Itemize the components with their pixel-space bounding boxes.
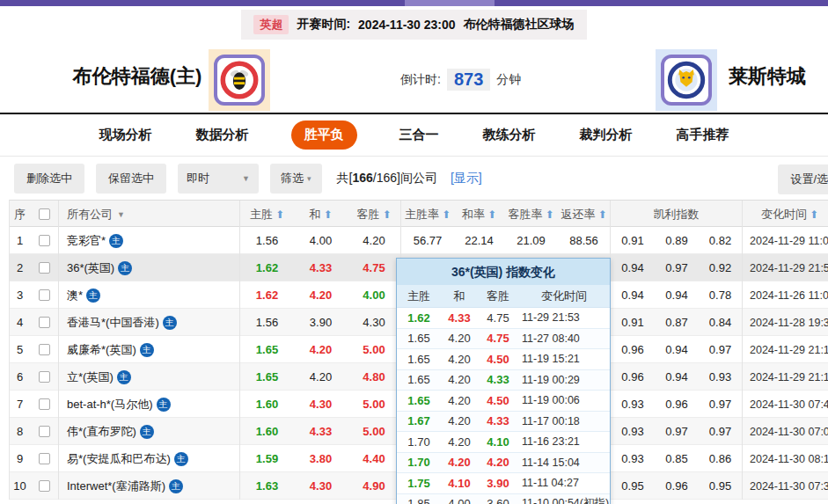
tab-5[interactable]: 裁判分析 <box>578 121 634 149</box>
row-checkbox[interactable] <box>39 289 50 301</box>
table-row: 1 竞彩官* 主 1.56 4.00 4.20 56.77 22.14 21.0… <box>10 227 828 254</box>
tab-1[interactable]: 数据分析 <box>194 121 251 149</box>
popup-away-odds: 3.90 <box>478 477 518 490</box>
home-odds: 1.65 <box>240 343 294 356</box>
sort-asc-icon: ⬆ <box>597 208 606 221</box>
company-cell[interactable]: 伟*(直布罗陀) 主 <box>59 418 240 445</box>
caret-down-icon: ▼ <box>242 174 250 183</box>
popup-draw-odds: 4.20 <box>441 394 478 407</box>
show-link[interactable]: [显示] <box>451 171 482 186</box>
company-cell[interactable]: Interwet*(塞浦路斯) 主 <box>59 472 240 500</box>
sort-asc-icon: ⬆ <box>487 208 496 221</box>
company-cell[interactable]: 澳* 主 <box>59 281 240 309</box>
home-odds: 1.56 <box>240 234 294 247</box>
time-filter-dropdown[interactable]: 即时 ▼ <box>178 164 259 194</box>
company-cell[interactable]: 易*(安提瓜和巴布达) 主 <box>59 445 240 472</box>
change-time: 2024-11-26 11:09 <box>743 289 828 302</box>
company-cell[interactable]: bet-at-h*(马尔他) 主 <box>59 391 240 418</box>
primary-odds-icon: 主 <box>140 343 154 357</box>
company-name: Interwet*(塞浦路斯) <box>67 478 165 494</box>
company-name: 威廉希*(英国) <box>67 342 136 358</box>
tab-2[interactable]: 胜平负 <box>291 121 357 150</box>
col-kelly: 凯利指数 <box>611 201 743 228</box>
tab-3[interactable]: 三合一 <box>398 121 441 149</box>
draw-odds: 4.20 <box>294 370 348 383</box>
payout-rate: 88.56 <box>558 227 611 254</box>
header-divider <box>0 113 828 114</box>
match-header: 布伦特福德(主) 倒计时: 873 分钟 <box>0 35 828 114</box>
kelly-home: 0.95 <box>611 479 655 493</box>
col-home-odds[interactable]: 主胜⬆ <box>240 201 294 228</box>
primary-odds-icon: 主 <box>118 261 132 275</box>
settings-button[interactable]: 设置/选 <box>778 164 828 194</box>
primary-odds-icon: 主 <box>109 234 123 248</box>
col-home-rate[interactable]: 主胜率⬆ <box>401 201 454 228</box>
popup-home-odds: 1.62 <box>397 311 441 325</box>
tab-4[interactable]: 教练分析 <box>481 121 538 149</box>
col-draw-rate[interactable]: 和率⬆ <box>454 201 504 228</box>
kelly-away: 0.97 <box>699 391 743 418</box>
row-checkbox[interactable] <box>39 426 50 437</box>
sort-asc-icon: ⬆ <box>545 208 553 221</box>
company-name: 伟*(直布罗陀) <box>67 424 136 440</box>
row-checkbox[interactable] <box>39 480 50 492</box>
popup-draw-odds: 4.20 <box>441 456 478 469</box>
home-team-logo <box>209 49 270 111</box>
col-away-rate[interactable]: 客胜率⬆ <box>504 201 558 228</box>
company-cell[interactable]: 立*(英国) 主 <box>59 363 240 391</box>
primary-odds-icon: 主 <box>157 398 171 412</box>
company-cell[interactable]: 威廉希*(英国) 主 <box>59 336 240 363</box>
company-cell[interactable]: 香港马*(中国香港) 主 <box>59 309 240 336</box>
popup-row: 1.65 4.20 4.75 11-27 08:40 <box>397 329 610 350</box>
col-company[interactable]: 所有公司 ▼ <box>59 201 240 228</box>
popup-home-odds: 1.65 <box>397 332 441 345</box>
popup-change-time: 11-16 23:21 <box>518 435 610 448</box>
popup-row: 1.70 4.20 4.20 11-14 15:04 <box>397 453 610 474</box>
brentford-crest-icon <box>220 61 259 99</box>
col-away-odds[interactable]: 客胜⬆ <box>348 201 401 228</box>
away-odds: 5.00 <box>348 418 401 445</box>
row-checkbox[interactable] <box>39 453 50 464</box>
company-cell[interactable]: 竞彩官* 主 <box>59 227 240 254</box>
change-time: 2024-11-30 07:46 <box>743 398 828 411</box>
change-time: 2024-11-29 21:16 <box>743 371 828 383</box>
row-checkbox[interactable] <box>39 317 50 328</box>
popup-change-time: 11-19 15:21 <box>518 353 610 365</box>
delete-selected-button[interactable]: 删除选中 <box>14 164 84 194</box>
popup-home-odds: 1.70 <box>397 435 441 449</box>
kelly-away: 0.97 <box>699 418 743 445</box>
company-cell[interactable]: 36*(英国) 主 <box>59 254 240 281</box>
tab-0[interactable]: 现场分析 <box>98 121 154 149</box>
col-draw-odds[interactable]: 和⬆ <box>294 201 348 228</box>
kelly-draw: 0.89 <box>655 234 699 247</box>
row-checkbox[interactable] <box>39 371 50 383</box>
popup-away-odds: 4.33 <box>478 373 518 386</box>
home-odds: 1.60 <box>240 398 294 411</box>
away-odds: 4.30 <box>348 309 401 336</box>
kelly-home: 0.96 <box>611 343 655 356</box>
change-time: 2024-11-30 07:09 <box>743 426 828 438</box>
filter-dropdown[interactable]: 筛选 ▾ <box>270 164 322 194</box>
change-time: 2024-11-29 21:54 <box>743 262 828 274</box>
countdown-value: 873 <box>447 69 490 91</box>
primary-odds-icon: 主 <box>163 316 177 330</box>
popup-row: 1.70 4.20 4.10 11-16 23:21 <box>397 432 610 453</box>
countdown-label: 倒计时: <box>400 72 441 88</box>
row-checkbox[interactable] <box>39 262 50 274</box>
select-all-checkbox[interactable] <box>39 208 50 220</box>
row-index: 9 <box>10 452 30 465</box>
popup-title: 36*(英国) 指数变化 <box>397 259 610 285</box>
col-payout-rate[interactable]: 返还率⬆ <box>558 201 611 228</box>
row-checkbox[interactable] <box>39 344 50 355</box>
row-checkbox[interactable] <box>39 235 50 246</box>
popup-away-odds: 4.33 <box>478 414 518 427</box>
tab-6[interactable]: 高手推荐 <box>675 121 731 149</box>
row-checkbox[interactable] <box>39 398 50 410</box>
popup-draw-odds: 4.20 <box>441 353 478 366</box>
col-change-time[interactable]: 变化时间⬆ <box>743 201 828 228</box>
company-name: 澳* <box>67 288 83 303</box>
popup-home-odds: 1.85 <box>397 497 441 504</box>
keep-selected-button[interactable]: 保留选中 <box>96 164 166 194</box>
sort-asc-icon: ⬆ <box>275 208 284 221</box>
venue: 布伦特福德社区球场 <box>464 17 575 33</box>
